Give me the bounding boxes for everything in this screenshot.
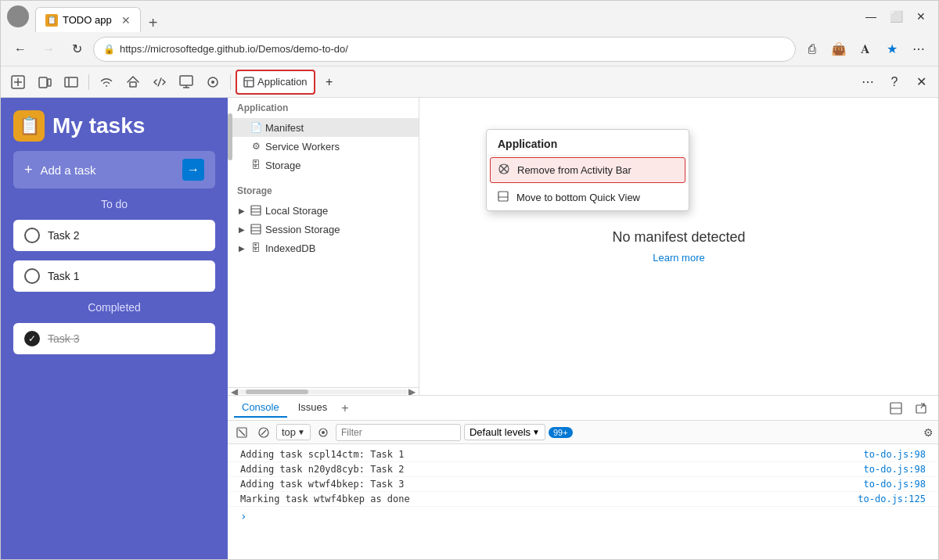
address-actions: ⎙ 👜 𝐀 ★ ⋯	[800, 38, 930, 61]
back-button[interactable]: ←	[9, 38, 32, 61]
move-to-bottom-quick-view-item[interactable]: Move to bottom Quick View	[487, 185, 689, 210]
indexeddb-icon: 🗄	[250, 242, 262, 254]
log-link-2[interactable]: to-do.js:98	[864, 464, 926, 475]
context-menu-title: Application	[487, 130, 689, 156]
indexeddb-tree-item[interactable]: ▶ 🗄 IndexedDB	[228, 239, 419, 257]
storage-icon: 🗄	[250, 159, 262, 171]
task-item-task2[interactable]: Task 2	[13, 220, 215, 251]
add-console-tab-button[interactable]: +	[338, 401, 351, 415]
network-icon[interactable]	[174, 70, 199, 95]
task-checkbox-task1[interactable]	[24, 268, 40, 284]
remove-activity-bar-label: Remove from Activity Bar	[517, 164, 631, 176]
console-tabs: Console Issues +	[228, 396, 938, 421]
tab-close-button[interactable]: ✕	[121, 14, 131, 27]
storage-tree-item[interactable]: 🗄 Storage	[228, 156, 419, 174]
console-filter-input[interactable]	[336, 424, 461, 441]
manifest-label: Manifest	[265, 122, 304, 134]
log-link-4[interactable]: to-do.js:125	[858, 494, 926, 504]
local-storage-label: Local Storage	[265, 205, 328, 217]
add-tool-button[interactable]: +	[317, 70, 342, 95]
svg-rect-9	[180, 76, 192, 85]
todo-app-icon: 📋	[13, 110, 45, 142]
sidebar-tool-button[interactable]	[59, 70, 84, 95]
svg-line-8	[158, 78, 161, 86]
manifest-tree-item[interactable]: 📄 Manifest	[228, 118, 419, 137]
clear-console-button[interactable]	[232, 423, 251, 442]
more-devtools-button[interactable]: ⋯	[855, 70, 880, 95]
minimize-button[interactable]: —	[860, 5, 882, 27]
message-count-badge: 99+	[549, 427, 573, 438]
share-icon[interactable]: ⎙	[800, 38, 824, 61]
new-tab-button[interactable]: +	[144, 14, 163, 32]
recorder-icon[interactable]	[200, 70, 225, 95]
task-label-task2: Task 2	[48, 229, 79, 242]
remove-from-activity-bar-item[interactable]: Remove from Activity Bar	[490, 157, 685, 183]
storage-section-label: Storage	[228, 181, 419, 201]
no-manifest-heading: No manifest detected	[612, 229, 745, 246]
home-icon[interactable]	[121, 70, 146, 95]
issues-tab[interactable]: Issues	[290, 398, 336, 418]
more-button[interactable]: ⋯	[907, 38, 930, 61]
task-checkbox-task3[interactable]: ✓	[24, 331, 40, 346]
context-selector[interactable]: top ▼	[276, 424, 311, 440]
close-window-button[interactable]: ✕	[910, 5, 932, 27]
local-storage-tree-item[interactable]: ▶ Local Storage	[228, 201, 419, 220]
active-tab[interactable]: 📋 TODO app ✕	[35, 7, 141, 32]
levels-dropdown-icon: ▼	[532, 428, 540, 436]
address-input[interactable]: 🔒 https://microsoftedge.github.io/Demos/…	[93, 37, 796, 62]
show-network-messages-button[interactable]	[314, 423, 333, 442]
service-workers-label: Service Workers	[265, 141, 340, 153]
task-label-task3: Task 3	[48, 332, 79, 345]
refresh-button[interactable]: ↻	[65, 38, 88, 61]
session-storage-arrow: ▶	[237, 224, 246, 234]
move-quick-view-label: Move to bottom Quick View	[516, 192, 640, 203]
service-workers-tree-item[interactable]: ⚙ Service Workers	[228, 137, 419, 156]
console-area: Console Issues +	[228, 395, 938, 559]
session-storage-tree-item[interactable]: ▶ Session Storage	[228, 220, 419, 239]
close-devtools-button[interactable]: ✕	[908, 70, 934, 95]
console-settings-button[interactable]: ⚙	[923, 426, 934, 439]
device-tool-button[interactable]	[32, 70, 57, 95]
devtools-body: Application 📄 Manifest ⚙ Service Workers…	[228, 98, 938, 395]
inspect-tool-button[interactable]	[5, 70, 31, 95]
left-panel-hscrollbar[interactable]: ◀ ▶	[228, 387, 419, 395]
split-console-button[interactable]	[885, 397, 907, 419]
task-item-task3[interactable]: ✓ Task 3	[13, 323, 215, 354]
scroll-left-button[interactable]: ◀	[231, 386, 238, 396]
move-bottom-icon	[498, 191, 509, 204]
task-item-task1[interactable]: Task 1	[13, 260, 215, 292]
svg-rect-3	[39, 77, 47, 88]
clear-filter-button[interactable]	[254, 423, 273, 442]
scroll-right-button[interactable]: ▶	[408, 386, 416, 396]
help-button[interactable]: ?	[882, 70, 907, 95]
maximize-button[interactable]: ⬜	[885, 5, 907, 27]
learn-more-link[interactable]: Learn more	[653, 252, 704, 264]
storage-label: Storage	[265, 160, 301, 171]
service-workers-icon: ⚙	[250, 140, 262, 153]
sources-icon[interactable]	[147, 70, 172, 95]
read-aloud-icon[interactable]: 𝐀	[854, 38, 877, 61]
log-level-selector[interactable]: Default levels ▼	[464, 424, 545, 440]
title-bar: 📋 TODO app ✕ + — ⬜ ✕	[1, 1, 938, 32]
devtools-panel: Application 📄 Manifest ⚙ Service Workers…	[228, 98, 938, 559]
tab-bar: 📋 TODO app ✕ +	[35, 1, 854, 32]
forward-button: →	[37, 38, 60, 61]
favorites-icon[interactable]: ★	[880, 38, 904, 61]
add-plus-icon: +	[24, 162, 33, 178]
wallet-icon[interactable]: 👜	[827, 38, 851, 61]
log-link-3[interactable]: to-do.js:98	[864, 479, 926, 490]
hscroll-thumb[interactable]	[246, 389, 308, 394]
application-tool-button[interactable]: Application	[236, 70, 315, 95]
wifi-icon[interactable]	[94, 70, 119, 95]
svg-rect-26	[498, 192, 508, 201]
detach-console-button[interactable]	[910, 397, 932, 419]
log-link-1[interactable]: to-do.js:98	[864, 449, 926, 460]
add-task-row[interactable]: + Add a task →	[13, 151, 215, 188]
left-panel-scrollbar[interactable]	[228, 113, 232, 160]
manifest-icon: 📄	[250, 121, 262, 134]
task-checkbox-task2[interactable]	[24, 228, 40, 243]
log-text-4: Marking task wtwf4bkep as done	[240, 494, 410, 504]
console-tab[interactable]: Console	[234, 398, 287, 418]
add-task-submit-button[interactable]: →	[182, 159, 204, 181]
profile-avatar[interactable]	[7, 5, 29, 27]
